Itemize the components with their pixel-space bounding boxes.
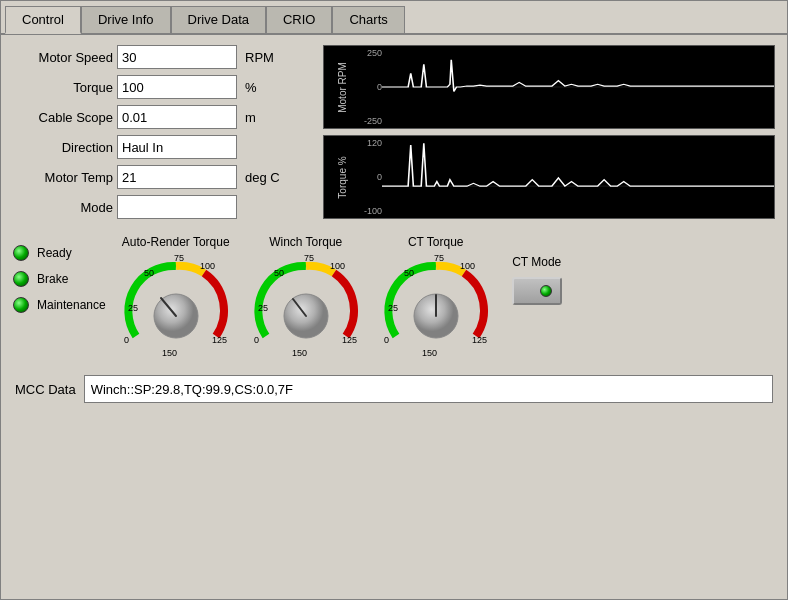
motor-speed-label: Motor Speed [13, 50, 113, 65]
brake-label: Brake [37, 272, 68, 286]
cable-scope-row: Cable Scope m [13, 105, 313, 129]
maintenance-led [13, 297, 29, 313]
ready-led [13, 245, 29, 261]
direction-input[interactable] [117, 135, 237, 159]
svg-text:25: 25 [128, 303, 138, 313]
svg-text:25: 25 [258, 303, 268, 313]
motor-temp-row: Motor Temp deg C [13, 165, 313, 189]
direction-row: Direction [13, 135, 313, 159]
svg-text:100: 100 [460, 261, 475, 271]
mcc-input[interactable] [84, 375, 773, 403]
motor-temp-input[interactable] [117, 165, 237, 189]
ct-gauge-group: CT Torque 0 25 50 75 100 125 150 [376, 235, 496, 361]
main-content: Motor Speed RPM Torque % Cable Scope m D… [1, 35, 787, 599]
svg-text:0: 0 [124, 335, 129, 345]
app-container: Control Drive Info Drive Data CRIO Chart… [0, 0, 788, 600]
motor-speed-input[interactable] [117, 45, 237, 69]
auto-render-gauge: 0 25 50 75 100 125 150 [116, 251, 236, 361]
tab-bar: Control Drive Info Drive Data CRIO Chart… [1, 1, 787, 35]
mode-label: Mode [13, 200, 113, 215]
mcc-bar: MCC Data [13, 375, 775, 403]
motor-speed-row: Motor Speed RPM [13, 45, 313, 69]
winch-gauge-group: Winch Torque 0 25 50 75 100 125 150 [246, 235, 366, 361]
motor-speed-unit: RPM [245, 50, 274, 65]
svg-text:100: 100 [200, 261, 215, 271]
ct-mode-section: CT Mode [512, 255, 562, 305]
torque-chart-area [382, 136, 774, 218]
auto-render-title: Auto-Render Torque [122, 235, 230, 249]
svg-text:50: 50 [144, 268, 154, 278]
mode-input[interactable] [117, 195, 237, 219]
motor-rpm-chart-area [382, 46, 774, 128]
ready-label: Ready [37, 246, 72, 260]
auto-render-gauge-group: Auto-Render Torque [116, 235, 236, 361]
cable-scope-input[interactable] [117, 105, 237, 129]
ct-gauge: 0 25 50 75 100 125 150 [376, 251, 496, 361]
brake-indicator: Brake [13, 271, 106, 287]
ct-title: CT Torque [408, 235, 464, 249]
torque-chart: Torque % 120 0 -100 [323, 135, 775, 219]
motor-rpm-chart-label: Motor RPM [324, 46, 360, 128]
svg-text:0: 0 [384, 335, 389, 345]
torque-label: Torque [13, 80, 113, 95]
motor-rpm-chart: Motor RPM 250 0 -250 [323, 45, 775, 129]
direction-label: Direction [13, 140, 113, 155]
torque-row: Torque % [13, 75, 313, 99]
charts-section: Motor RPM 250 0 -250 [323, 45, 775, 219]
motor-temp-unit: deg C [245, 170, 280, 185]
winch-title: Winch Torque [269, 235, 342, 249]
svg-text:0: 0 [254, 335, 259, 345]
svg-text:75: 75 [434, 253, 444, 263]
torque-y-axis: 120 0 -100 [360, 136, 384, 218]
mode-row: Mode [13, 195, 313, 219]
cable-scope-label: Cable Scope [13, 110, 113, 125]
torque-input[interactable] [117, 75, 237, 99]
maintenance-indicator: Maintenance [13, 297, 106, 313]
svg-text:75: 75 [174, 253, 184, 263]
svg-text:125: 125 [472, 335, 487, 345]
gauges-section: Ready Brake Maintenance Auto-Render Torq… [13, 229, 775, 367]
motor-temp-label: Motor Temp [13, 170, 113, 185]
svg-text:25: 25 [388, 303, 398, 313]
tab-charts[interactable]: Charts [332, 6, 404, 34]
maintenance-label: Maintenance [37, 298, 106, 312]
svg-text:150: 150 [422, 348, 437, 358]
torque-chart-label: Torque % [324, 136, 360, 218]
svg-text:150: 150 [162, 348, 177, 358]
cable-scope-unit: m [245, 110, 256, 125]
tab-crio[interactable]: CRIO [266, 6, 333, 34]
motor-rpm-y-axis: 250 0 -250 [360, 46, 384, 128]
torque-unit: % [245, 80, 257, 95]
brake-led [13, 271, 29, 287]
svg-text:100: 100 [330, 261, 345, 271]
form-section: Motor Speed RPM Torque % Cable Scope m D… [13, 45, 313, 219]
top-section: Motor Speed RPM Torque % Cable Scope m D… [13, 45, 775, 219]
tab-control[interactable]: Control [5, 6, 81, 34]
svg-text:125: 125 [212, 335, 227, 345]
ct-mode-led [540, 285, 552, 297]
svg-text:50: 50 [404, 268, 414, 278]
ready-indicator: Ready [13, 245, 106, 261]
ct-mode-label: CT Mode [512, 255, 561, 269]
svg-text:125: 125 [342, 335, 357, 345]
mcc-label: MCC Data [15, 382, 76, 397]
tab-drive-info[interactable]: Drive Info [81, 6, 171, 34]
ct-mode-button[interactable] [512, 277, 562, 305]
svg-text:50: 50 [274, 268, 284, 278]
svg-text:75: 75 [304, 253, 314, 263]
indicators-col: Ready Brake Maintenance [13, 245, 106, 313]
winch-gauge: 0 25 50 75 100 125 150 [246, 251, 366, 361]
svg-text:150: 150 [292, 348, 307, 358]
tab-drive-data[interactable]: Drive Data [171, 6, 266, 34]
